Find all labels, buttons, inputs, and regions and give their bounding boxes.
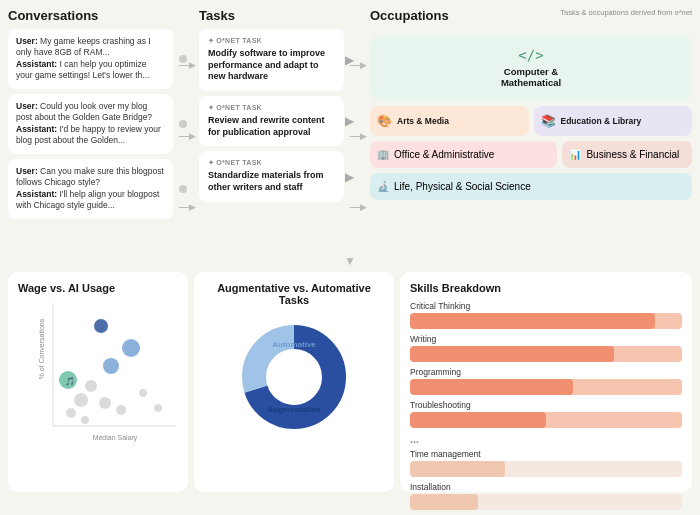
task-arrow-2: ▶ xyxy=(345,114,354,128)
donut-panel: Augmentative vs. Automative Tasks Automa… xyxy=(194,272,394,492)
skill-programming: Programming xyxy=(410,367,682,395)
business-label: Business & Financial xyxy=(586,149,679,160)
skill-time-track xyxy=(410,461,682,477)
svg-point-10 xyxy=(99,397,111,409)
skill-troubleshooting-track xyxy=(410,412,682,428)
occ-header: Occupations Tasks & occupations derived … xyxy=(370,8,692,29)
skill-troubleshooting-fill xyxy=(410,412,546,428)
svg-point-12 xyxy=(116,405,126,415)
occ-row-3: 🔬 Life, Physical & Social Science xyxy=(370,173,692,200)
task-item-2: O*NET TASK Review and rewrite content fo… xyxy=(199,96,344,146)
task2-text: Review and rewrite content for publicati… xyxy=(208,115,335,138)
skills-panel: Skills Breakdown Critical Thinking Writi… xyxy=(400,272,692,492)
task2-badge: O*NET TASK xyxy=(208,104,335,112)
skill-critical-track xyxy=(410,313,682,329)
conversation-item-3: User: Can you make sure this blogpost fo… xyxy=(8,159,173,219)
arts-label: Arts & Media xyxy=(397,116,449,126)
education-label: Education & Library xyxy=(561,116,642,126)
skill-programming-fill xyxy=(410,379,573,395)
conversations-panel: Conversations User: My game keeps crashi… xyxy=(8,8,173,248)
svg-text:Augmentative: Augmentative xyxy=(268,405,321,414)
conv-dot-2 xyxy=(179,120,187,128)
svg-point-14 xyxy=(139,389,147,397)
tasks-panel: Tasks O*NET TASK Modify software to impr… xyxy=(199,8,344,248)
arrow-3: ▶ xyxy=(179,172,193,243)
occ-row-2: 🏢 Office & Administrative 📊 Business & F… xyxy=(370,141,692,168)
office-icon: 🏢 xyxy=(377,149,389,160)
task3-badge: O*NET TASK xyxy=(208,159,335,167)
occ-card-computer: </> Computer &Mathematical xyxy=(370,35,692,101)
skill-critical-fill xyxy=(410,313,655,329)
business-icon: 📊 xyxy=(569,149,581,160)
skill-troubleshooting-label: Troubleshooting xyxy=(410,400,682,410)
skill-writing-track xyxy=(410,346,682,362)
svg-point-5 xyxy=(103,358,119,374)
svg-text:Automative: Automative xyxy=(272,340,316,349)
skill-time-fill xyxy=(410,461,505,477)
arts-icon: 🎨 xyxy=(377,114,392,128)
svg-point-15 xyxy=(154,404,162,412)
skill-time-label: Time management xyxy=(410,449,682,459)
occ-row-1: 🎨 Arts & Media 📚 Education & Library xyxy=(370,106,692,136)
skill-programming-track xyxy=(410,379,682,395)
arrow-1: ▶ xyxy=(179,30,193,101)
occupations-panel: Occupations Tasks & occupations derived … xyxy=(370,8,692,248)
conv-dot-1 xyxy=(179,55,187,63)
bottom-section: Wage vs. AI Usage % of Conversations </>… xyxy=(8,272,692,492)
wage-chart-svg: </> 🎵 Median Salary xyxy=(33,298,181,446)
svg-point-2 xyxy=(94,319,108,333)
arrow-2: ▶ xyxy=(179,101,193,172)
task1-text: Modify software to improve performance a… xyxy=(208,48,335,83)
section-down-arrow: ▼ xyxy=(8,254,692,266)
donut-svg: Automative Augmentative xyxy=(229,312,359,442)
task3-text: Standardize materials from other writers… xyxy=(208,170,335,193)
skills-divider: ... xyxy=(410,433,682,445)
svg-point-9 xyxy=(74,393,88,407)
occ-card-education: 📚 Education & Library xyxy=(534,106,693,136)
svg-point-8 xyxy=(85,380,97,392)
conversation-item-1: User: My game keeps crashing as I only h… xyxy=(8,29,173,89)
skill-writing-label: Writing xyxy=(410,334,682,344)
science-label: Life, Physical & Social Science xyxy=(394,181,531,192)
skills-title: Skills Breakdown xyxy=(410,282,682,294)
top-section: Conversations User: My game keeps crashi… xyxy=(8,8,692,248)
main-container: Conversations User: My game keeps crashi… xyxy=(0,0,700,515)
skill-critical-label: Critical Thinking xyxy=(410,301,682,311)
occ-card-business: 📊 Business & Financial xyxy=(562,141,692,168)
svg-text:Median Salary: Median Salary xyxy=(93,434,138,442)
svg-text:</>: </> xyxy=(90,314,100,321)
skill-installation: Installation xyxy=(410,482,682,510)
task1-badge: O*NET TASK xyxy=(208,37,335,45)
skill-writing-fill xyxy=(410,346,614,362)
occ-card-science: 🔬 Life, Physical & Social Science xyxy=(370,173,692,200)
skill-critical: Critical Thinking xyxy=(410,301,682,329)
svg-point-4 xyxy=(122,339,140,357)
education-icon: 📚 xyxy=(541,114,556,128)
conv-task-arrows: ▶ ▶ ▶ xyxy=(179,8,193,248)
occ-card-office: 🏢 Office & Administrative xyxy=(370,141,557,168)
skill-troubleshooting: Troubleshooting xyxy=(410,400,682,428)
svg-point-11 xyxy=(66,408,76,418)
skill-installation-fill xyxy=(410,494,478,510)
donut-svg-container: Automative Augmentative xyxy=(229,312,359,442)
conv-dot-3 xyxy=(179,185,187,193)
task-item-1: O*NET TASK Modify software to improve pe… xyxy=(199,29,344,91)
task-arrow-3: ▶ xyxy=(345,170,354,184)
wage-chart-area: % of Conversations </> 🎵 xyxy=(18,298,178,453)
computer-icon: </> xyxy=(382,47,680,63)
skill-time-mgmt: Time management xyxy=(410,449,682,477)
occupations-title: Occupations xyxy=(370,8,449,23)
occ-computer-label: Computer &Mathematical xyxy=(382,66,680,89)
toarrow-1: ▶ xyxy=(350,30,364,101)
toarrow-2: ▶ xyxy=(350,101,364,172)
skill-installation-label: Installation xyxy=(410,482,682,492)
task-item-3: O*NET TASK Standardize materials from ot… xyxy=(199,151,344,201)
conversations-title: Conversations xyxy=(8,8,173,23)
wage-panel: Wage vs. AI Usage % of Conversations </>… xyxy=(8,272,188,492)
skill-writing: Writing xyxy=(410,334,682,362)
conversation-item-2: User: Could you look over my blog post a… xyxy=(8,94,173,154)
tasks-title: Tasks xyxy=(199,8,344,23)
svg-point-13 xyxy=(81,416,89,424)
onet-note: Tasks & occupations derived from o*net xyxy=(560,8,692,17)
office-label: Office & Administrative xyxy=(394,149,494,160)
